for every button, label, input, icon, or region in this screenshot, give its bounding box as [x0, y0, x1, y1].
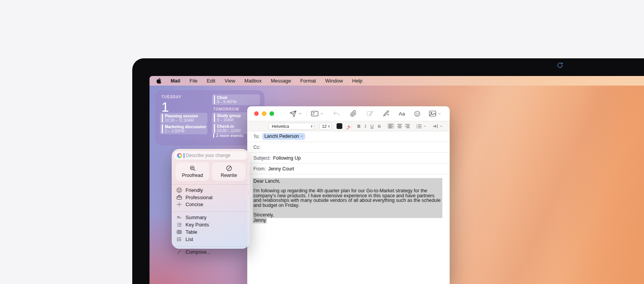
- align-left-button[interactable]: [387, 123, 394, 129]
- menu-file[interactable]: File: [189, 78, 197, 84]
- font-family-select[interactable]: Helvetica ▲▼: [268, 123, 314, 130]
- chevron-down-icon: [300, 135, 303, 138]
- table-icon: [176, 229, 182, 235]
- attach-icon[interactable]: [350, 110, 357, 117]
- background-color-swatch[interactable]: a: [345, 123, 352, 129]
- event-planning-session[interactable]: Planning session 10:30 – 11:30AM: [160, 113, 207, 124]
- font-family-value: Helvetica: [272, 124, 289, 129]
- rewrite-button[interactable]: Rewrite: [212, 162, 246, 181]
- indent-button[interactable]: [433, 124, 443, 129]
- font-size-select[interactable]: 12 ▲▼: [319, 123, 332, 130]
- text-cursor: [184, 153, 184, 158]
- from-value: Jenny Court: [268, 166, 294, 172]
- smiley-icon: [176, 187, 182, 193]
- item-label: List: [186, 236, 193, 242]
- menu-item-compose[interactable]: Compose...: [176, 249, 246, 256]
- menu-mailbox[interactable]: Mailbox: [245, 78, 262, 84]
- more-events[interactable]: 2 more events: [213, 133, 243, 138]
- concise-icon: [176, 201, 182, 207]
- event-bar: [162, 114, 163, 122]
- apple-menu-icon[interactable]: [156, 78, 161, 84]
- replay-icon[interactable]: [557, 62, 563, 68]
- body-blank-line: [253, 208, 442, 213]
- menu-item-list[interactable]: List: [176, 236, 246, 243]
- media-icon[interactable]: [429, 111, 436, 117]
- menu-item-professional[interactable]: Professional: [176, 194, 246, 201]
- emoji-icon[interactable]: [414, 111, 421, 117]
- item-label: Friendly: [186, 187, 203, 193]
- event-bar: [214, 124, 215, 133]
- chevron-down-icon[interactable]: [298, 112, 302, 116]
- event-time: 10:30 – 11AM: [217, 129, 241, 133]
- to-field[interactable]: To: Lanchi Pederson: [247, 131, 450, 142]
- event-bar: [214, 95, 215, 104]
- zoom-button[interactable]: [269, 111, 274, 116]
- chevron-down-icon: [440, 125, 443, 128]
- font-size-value: 12: [322, 124, 327, 129]
- menu-item-summary[interactable]: Summary: [176, 214, 246, 221]
- window-title-bar: Aa: [247, 106, 450, 121]
- send-icon[interactable]: [289, 110, 297, 117]
- summary-icon: [176, 215, 182, 220]
- list-style-button[interactable]: [416, 124, 426, 129]
- strikethrough-button[interactable]: S: [378, 124, 381, 129]
- proofread-button[interactable]: Proofread: [176, 162, 209, 181]
- describe-change-input[interactable]: Describe your change: [174, 151, 247, 160]
- body-paragraph: I'm following up regarding the 4th quart…: [253, 188, 442, 208]
- item-label: Table: [186, 229, 197, 235]
- text-color-swatch[interactable]: [337, 123, 342, 129]
- rewrite-icon: [226, 165, 232, 172]
- close-button[interactable]: [254, 111, 259, 116]
- subject-field[interactable]: Subject: Following Up: [247, 153, 450, 163]
- menu-item-concise[interactable]: Concise: [176, 201, 246, 208]
- device-bezel: Mail File Edit View Mailbox Message Form…: [132, 58, 644, 284]
- event-time: 8 – 8:45PM: [217, 100, 237, 104]
- cc-field[interactable]: Cc:: [247, 142, 450, 153]
- underline-button[interactable]: U: [370, 124, 373, 129]
- menu-help[interactable]: Help: [352, 78, 363, 84]
- event-title: Check-in: [217, 124, 241, 129]
- chevron-down-icon[interactable]: [438, 112, 441, 116]
- chevron-down-icon[interactable]: [320, 112, 324, 116]
- stepper-icon: ▲▼: [310, 125, 313, 128]
- menu-view[interactable]: View: [225, 78, 235, 84]
- menu-edit[interactable]: Edit: [207, 78, 215, 84]
- italic-button[interactable]: I: [365, 124, 366, 129]
- menu-mail[interactable]: Mail: [171, 78, 180, 84]
- subject-label: Subject:: [253, 155, 271, 161]
- align-right-button[interactable]: [405, 124, 410, 128]
- note-compose-icon: [366, 110, 373, 117]
- bold-button[interactable]: B: [357, 124, 360, 129]
- recipient-pill[interactable]: Lanchi Pederson: [262, 133, 305, 140]
- event-title: Study group: [217, 113, 241, 118]
- menu-item-table[interactable]: Table: [176, 228, 246, 236]
- menu-item-key-points[interactable]: Key Points: [176, 221, 246, 228]
- subject-value: Following Up: [273, 155, 301, 161]
- traffic-lights: [254, 111, 274, 116]
- event-title: Planning session: [165, 114, 198, 118]
- from-field[interactable]: From: Jenny Court: [247, 163, 450, 174]
- event-marketing-discussion[interactable]: Marketing discussion 2 – 3:30PM: [160, 124, 207, 134]
- menu-message[interactable]: Message: [271, 78, 291, 84]
- rewrite-label: Rewrite: [221, 173, 237, 178]
- apple-intelligence-icon: [177, 153, 182, 158]
- format-bar: Helvetica ▲▼ 12 ▲▼ a B I U S: [247, 121, 450, 131]
- mail-compose-window: Aa Helvetica: [247, 106, 450, 284]
- message-body[interactable]: Dear Lanchi, I'm following up regarding …: [247, 174, 450, 223]
- item-label: Concise: [186, 201, 203, 207]
- desktop-screen: Mail File Edit View Mailbox Message Form…: [150, 76, 644, 284]
- body-closing: Sincerely,: [253, 213, 442, 218]
- writing-tools-popup: Describe your change Proofread Rewrite: [172, 149, 250, 249]
- menu-format[interactable]: Format: [300, 78, 316, 84]
- menu-window[interactable]: Window: [325, 78, 343, 84]
- item-label: Key Points: [186, 222, 209, 228]
- event-title: Marketing discussion: [165, 124, 206, 129]
- header-fields-icon[interactable]: [311, 111, 319, 117]
- writing-tools-icon[interactable]: [383, 110, 390, 117]
- minimize-button[interactable]: [262, 111, 266, 116]
- item-label: Professional: [186, 195, 212, 200]
- align-center-button[interactable]: [397, 124, 402, 128]
- event-choir[interactable]: Choir 8 – 8:45PM: [212, 94, 260, 105]
- format-aa-icon[interactable]: Aa: [399, 111, 405, 117]
- menu-item-friendly[interactable]: Friendly: [176, 187, 246, 194]
